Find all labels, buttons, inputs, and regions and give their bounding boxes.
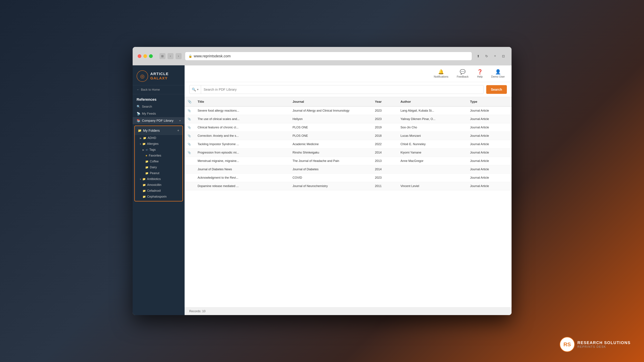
- myfeeds-label: My Feeds: [142, 112, 156, 115]
- nav-feedback[interactable]: 💬 Feedback: [457, 69, 468, 78]
- cell-year: 2023: [372, 174, 397, 182]
- table-header-row: 📎 Title Journal Year Author Type: [184, 97, 512, 106]
- amoxicillin-label: Amoxicillin: [147, 183, 162, 187]
- logo-icon: ◎: [137, 70, 148, 82]
- table-row[interactable]: 📎 Clinical features of chronic cl... PLO…: [184, 123, 512, 132]
- logo-area: ◎ ARTICLE GALAXY: [132, 65, 184, 85]
- cell-author: Lucas Monzani: [397, 132, 467, 140]
- rs-name: RESEARCH SOLUTIONS: [578, 340, 630, 345]
- sidebar-icon[interactable]: ⊡: [500, 53, 506, 59]
- tag-icon: 🏷: [146, 148, 148, 151]
- chevron-down-allergies-icon: ▾: [140, 143, 141, 145]
- sidebar-item-myfeeds[interactable]: 📡 My Feeds: [132, 110, 184, 117]
- tree-item-allergies[interactable]: ▾ 📁 Allergies: [135, 141, 182, 147]
- folders-panel: 📁 My Folders + ▶ 📁 ADHD ▾ 📁: [134, 125, 183, 201]
- tree-item-amoxicillin[interactable]: 📁 Amoxicillin: [135, 182, 182, 188]
- sidebar-item-search[interactable]: 🔍 Search: [132, 103, 184, 110]
- maximize-button[interactable]: [149, 54, 153, 58]
- tree-item-antibiotics[interactable]: ▾ 📁 Antibiotics: [135, 176, 182, 182]
- search-prefix: 🔍 ▾: [190, 85, 201, 94]
- cell-title: The use of clinical scales and...: [195, 115, 290, 123]
- cell-journal: Rinsho Shinkeigaku: [290, 148, 372, 157]
- rs-circle-icon: RS: [560, 337, 575, 352]
- rs-logo: RS RESEARCH SOLUTIONS REPRINTS DESK: [560, 337, 630, 352]
- share-icon[interactable]: ⬆: [475, 53, 481, 59]
- folder-allergies-icon: 📁: [142, 142, 146, 145]
- new-tab-icon[interactable]: +: [492, 53, 498, 59]
- chevron-down-icon: ▾: [180, 119, 180, 122]
- tree-item-tags[interactable]: ▶ 🏷 Tags: [135, 147, 182, 153]
- cell-journal: Academic Medicine: [290, 140, 372, 148]
- cell-journal: COVID: [290, 174, 372, 182]
- add-folder-icon[interactable]: +: [177, 128, 180, 133]
- th-title[interactable]: Title: [195, 97, 290, 106]
- attachment-icon: 📎: [188, 134, 191, 137]
- forward-button[interactable]: ›: [176, 53, 182, 59]
- table-row[interactable]: 📎 Correction: Anxiety and the s... PLOS …: [184, 132, 512, 140]
- sidebar-toggle-button[interactable]: ⊞: [160, 53, 166, 59]
- table-container: 📎 Title Journal Year Author Type 📎 Sever…: [184, 97, 512, 307]
- my-folders-header[interactable]: 📁 My Folders +: [135, 126, 182, 135]
- cell-journal: Journal of Diabetes: [290, 165, 372, 174]
- table-row[interactable]: 📎 The use of clinical scales and... Heli…: [184, 115, 512, 123]
- cell-year: 2014: [372, 148, 397, 157]
- tree-item-dairy[interactable]: 📁 Dairy: [135, 164, 182, 170]
- articles-table: 📎 Title Journal Year Author Type 📎 Sever…: [184, 97, 512, 190]
- folder-tree: ▶ 📁 ADHD ▾ 📁 Allergies ▶ 🏷 Tags: [135, 135, 182, 201]
- my-folders-header-left: 📁 My Folders: [138, 129, 160, 133]
- cell-year: 2011: [372, 182, 397, 190]
- tree-item-coffee[interactable]: 📁 Coffee: [135, 159, 182, 164]
- folder-antibiotics-icon: 📁: [142, 177, 146, 181]
- table-row[interactable]: 📎 Tackling Impostor Syndrome ... Academi…: [184, 140, 512, 148]
- tree-item-cefadroxil[interactable]: 📁 Cefadroxil: [135, 188, 182, 194]
- address-bar[interactable]: 🔒 www.reprintsdesk.com: [185, 52, 472, 60]
- logo-galaxy: GALAXY: [150, 76, 169, 80]
- main-content: 🔔 Notifications 💬 Feedback ❓ Help 👤 Demo…: [184, 65, 512, 315]
- search-button[interactable]: Search: [486, 85, 507, 94]
- cell-author: Kiyomi Yamane: [397, 148, 467, 157]
- table-row[interactable]: 📎 Progression from episodic mi... Rinsho…: [184, 148, 512, 157]
- table-row[interactable]: 📎 Severe food allergy reactions... Journ…: [184, 106, 512, 115]
- sidebar-item-company-pdf[interactable]: 📚 Company PDF Library ▾: [132, 117, 184, 124]
- nav-help[interactable]: ❓ Help: [477, 69, 483, 78]
- search-icon: 🔍: [137, 105, 140, 108]
- cell-title: Acknowledgment to the Revi...: [195, 174, 290, 182]
- table-row[interactable]: Journal of Diabetes News Journal of Diab…: [184, 165, 512, 174]
- dropdown-arrow-icon: ▾: [197, 88, 198, 91]
- th-year[interactable]: Year: [372, 97, 397, 106]
- tree-item-favorites[interactable]: ★ Favorites: [135, 153, 182, 159]
- back-button[interactable]: ‹: [168, 53, 174, 59]
- nav-notifications[interactable]: 🔔 Notifications: [434, 69, 448, 78]
- th-author[interactable]: Author: [397, 97, 467, 106]
- cell-journal: PLOS ONE: [290, 123, 372, 132]
- nav-user[interactable]: 👤 Demo User: [491, 69, 505, 78]
- cell-author: Anne MacGregor: [397, 157, 467, 165]
- bell-icon: 🔔: [438, 69, 444, 75]
- folder-cephalosporin-icon: 📁: [142, 195, 146, 198]
- reload-icon[interactable]: ↻: [484, 53, 490, 59]
- cell-year: 2013: [372, 157, 397, 165]
- tree-item-peanut[interactable]: 📁 Peanut: [135, 170, 182, 176]
- back-home-label: Back to Home: [141, 88, 160, 91]
- search-input[interactable]: [201, 88, 484, 91]
- minimize-button[interactable]: [143, 54, 147, 58]
- table-row[interactable]: Dopamine release mediated ... Journal of…: [184, 182, 512, 190]
- table-row[interactable]: Acknowledgment to the Revi... COVID 2023…: [184, 174, 512, 182]
- cell-year: 2018: [372, 132, 397, 140]
- cell-journal: Journal of Allergy and Clinical Immunolo…: [290, 106, 372, 115]
- close-button[interactable]: [138, 54, 141, 58]
- tree-item-cephalosporin[interactable]: 📁 Cephalosporin: [135, 194, 182, 200]
- th-journal[interactable]: Journal: [290, 97, 372, 106]
- th-type[interactable]: Type: [467, 97, 512, 106]
- table-row[interactable]: Menstrual migraine, migraine... The Jour…: [184, 157, 512, 165]
- coffee-label: Coffee: [150, 160, 159, 163]
- cell-year: 2023: [372, 106, 397, 115]
- back-home-link[interactable]: ← Back to Home: [132, 85, 184, 94]
- my-folders-label: My Folders: [143, 129, 160, 133]
- cell-year: 2014: [372, 165, 397, 174]
- cell-type: Journal Article: [467, 115, 512, 123]
- search-icon: 🔍: [192, 87, 196, 91]
- tree-item-adhd[interactable]: ▶ 📁 ADHD: [135, 135, 182, 141]
- cell-type: Journal Article: [467, 165, 512, 174]
- cell-type: Journal Article: [467, 148, 512, 157]
